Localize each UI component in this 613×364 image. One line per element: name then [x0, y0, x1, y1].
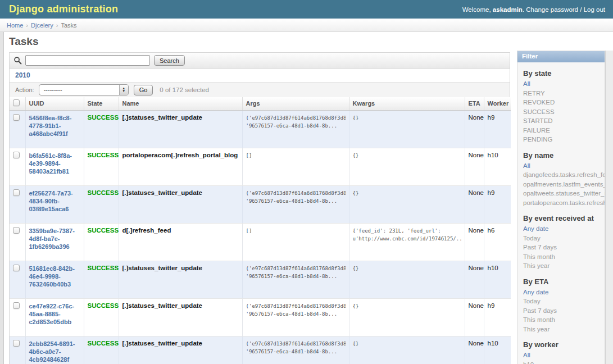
task-args: ('e97c687d13d87f614a6d81768d8f3d8e','965…: [242, 298, 349, 336]
changelist-module: Search 2010 Action: --------- ▲▼ Go 0 of…: [9, 52, 510, 364]
filter-option: PENDING: [523, 135, 605, 144]
right-scrollbar-track[interactable]: [605, 51, 613, 364]
row-checkbox[interactable]: [13, 189, 20, 196]
breadcrumb-home-link[interactable]: Home: [7, 22, 23, 29]
filter-title: Filter: [517, 51, 605, 62]
filter-option: opaltweets.statuses_twitter_upd: [523, 189, 605, 198]
filter-option-link[interactable]: STARTED: [523, 117, 553, 124]
row-checkbox[interactable]: [13, 265, 20, 271]
welcome-text: Welcome,: [462, 6, 491, 13]
task-worker: h6: [484, 223, 511, 261]
task-args: []: [242, 223, 349, 261]
filter-option-link[interactable]: FAILURE: [523, 127, 550, 134]
column-header-kwargs[interactable]: Kwargs: [349, 97, 465, 110]
filter-option-link[interactable]: h10: [523, 361, 534, 364]
task-uuid-link[interactable]: ef256274-7a73-4834-90fb-03f89e15aca6: [29, 189, 81, 213]
filter-option-link[interactable]: Today: [523, 235, 541, 242]
task-eta: None: [465, 298, 484, 336]
filter-heading: By state: [523, 69, 605, 78]
date-hierarchy-year-link[interactable]: 2010: [15, 71, 30, 79]
filter-option-link[interactable]: djangofeeds.tasks.refresh_feed: [523, 171, 605, 178]
select-all-checkbox[interactable]: [13, 99, 20, 106]
column-header-name[interactable]: Name: [119, 97, 242, 110]
task-args: []: [242, 148, 349, 185]
column-header-worker[interactable]: Worker: [484, 97, 511, 110]
task-worker: h10: [484, 261, 511, 298]
row-checkbox[interactable]: [13, 340, 20, 347]
column-header-state[interactable]: State: [84, 97, 119, 110]
table-header-row: UUIDStateNameArgsKwargsETAWorker: [10, 97, 511, 110]
row-checkbox[interactable]: [13, 227, 20, 234]
column-header-args[interactable]: Args: [242, 97, 349, 110]
filter-option: This month: [523, 252, 605, 262]
row-checkbox[interactable]: [13, 152, 20, 158]
filter-option: Past 7 days: [523, 243, 605, 252]
filter-option-link[interactable]: This year: [523, 326, 550, 333]
change-password-link[interactable]: Change password: [526, 6, 578, 13]
search-icon: [13, 56, 22, 65]
filter-option-link[interactable]: Any date: [523, 289, 548, 295]
search-button[interactable]: Search: [154, 55, 185, 66]
filter-option-link[interactable]: This month: [523, 253, 555, 260]
filter-heading: By event received at: [523, 214, 605, 222]
task-uuid-link[interactable]: 3359ba9e-7387-4d8f-ba7e-1fb6269ba396: [29, 227, 81, 251]
filter-option: Any date: [523, 224, 605, 234]
filter-option-link[interactable]: portaloperacom.tasks.refresh_po: [523, 199, 605, 206]
filter-option-link[interactable]: PENDING: [523, 136, 552, 143]
task-uuid-link[interactable]: b6fa561c-8f8a-4e39-9894-58403a21fb81: [29, 152, 81, 175]
filter-option: STARTED: [523, 116, 605, 126]
filter-option-link[interactable]: This year: [523, 262, 550, 269]
filter-option: SUCCESS: [523, 107, 605, 117]
task-name: d[.]refresh_feed: [122, 227, 171, 234]
search-input[interactable]: [25, 55, 150, 66]
task-uuid-link[interactable]: 5456f8ea-f8c8-4778-91b1-a468abc4f91f: [29, 114, 81, 138]
filter-option: djangofeeds.tasks.refresh_feed: [523, 170, 605, 180]
filter-section-by-state: By stateAllRETRYREVOKEDSUCCESSSTARTEDFAI…: [517, 69, 605, 144]
filter-option-link[interactable]: Today: [523, 298, 541, 304]
filter-option: This month: [523, 315, 605, 325]
filter-option-link[interactable]: opaltweets.statuses_twitter_upd: [523, 190, 605, 197]
filter-section-by-eta: By ETAAny dateTodayPast 7 daysThis month…: [517, 277, 605, 334]
task-args: ('e97c687d13d87f614a6d81768d8f3d8e','965…: [242, 185, 349, 223]
action-select[interactable]: --------- ▲▼: [39, 84, 129, 95]
filter-option-link[interactable]: SUCCESS: [523, 108, 555, 115]
column-header-eta[interactable]: ETA: [465, 97, 484, 110]
task-uuid-link[interactable]: 2ebb8254-6891-4b6c-a0e7-4cb92484628f: [29, 340, 81, 363]
task-uuid-link[interactable]: ce47e922-c76c-45aa-8885-c2d853e05dbb: [29, 302, 81, 326]
column-header-uuid[interactable]: UUID: [25, 97, 84, 110]
task-eta: None: [465, 261, 484, 298]
task-kwargs: {}: [349, 336, 465, 364]
task-kwargs: {}: [349, 148, 465, 185]
go-button[interactable]: Go: [134, 85, 153, 95]
filter-option: This year: [523, 325, 605, 334]
filter-option: RETRY: [523, 89, 605, 98]
filter-option-link[interactable]: RETRY: [523, 90, 545, 97]
filter-option-link[interactable]: All: [523, 80, 530, 87]
filter-option-link[interactable]: Any date: [523, 225, 548, 232]
breadcrumb-app-link[interactable]: Djcelery: [31, 22, 53, 29]
filter-option-link[interactable]: This month: [523, 316, 555, 323]
task-worker: h9: [484, 110, 511, 148]
filter-option-link[interactable]: Past 7 days: [523, 244, 557, 251]
row-checkbox[interactable]: [13, 114, 20, 121]
filter-panel: Filter By stateAllRETRYREVOKEDSUCCESSSTA…: [517, 51, 605, 364]
filter-option: Any date: [523, 288, 605, 297]
filter-option-link[interactable]: All: [523, 162, 530, 169]
table-row: 2ebb8254-6891-4b6c-a0e7-4cb92484628fSUCC…: [10, 336, 511, 364]
task-name: [.]statuses_twitter_update: [122, 265, 203, 271]
task-name: [.]statuses_twitter_update: [122, 114, 203, 121]
filter-option-link[interactable]: REVOKED: [523, 99, 555, 106]
task-args: ('e97c687d13d87f614a6d81768d8f3d8e','965…: [242, 110, 349, 148]
task-kwargs: {}: [349, 185, 465, 223]
task-worker: h10: [484, 148, 511, 185]
task-uuid-link[interactable]: 51681ec8-842b-46e4-9998-7632460b40b3: [29, 265, 81, 288]
logout-link[interactable]: Log out: [584, 6, 605, 13]
filter-option-link[interactable]: opalfmevents.lastfm_events_upd: [523, 181, 605, 188]
row-checkbox[interactable]: [13, 302, 20, 309]
branding-header: Django administration Welcome, askadmin.…: [0, 0, 613, 19]
task-name: [.]statuses_twitter_update: [122, 340, 203, 347]
task-eta: None: [465, 110, 484, 148]
filter-option-link[interactable]: Past 7 days: [523, 307, 557, 314]
task-name: portaloperacom[.]refresh_portal_blog: [122, 152, 238, 158]
filter-option-link[interactable]: All: [523, 352, 530, 358]
